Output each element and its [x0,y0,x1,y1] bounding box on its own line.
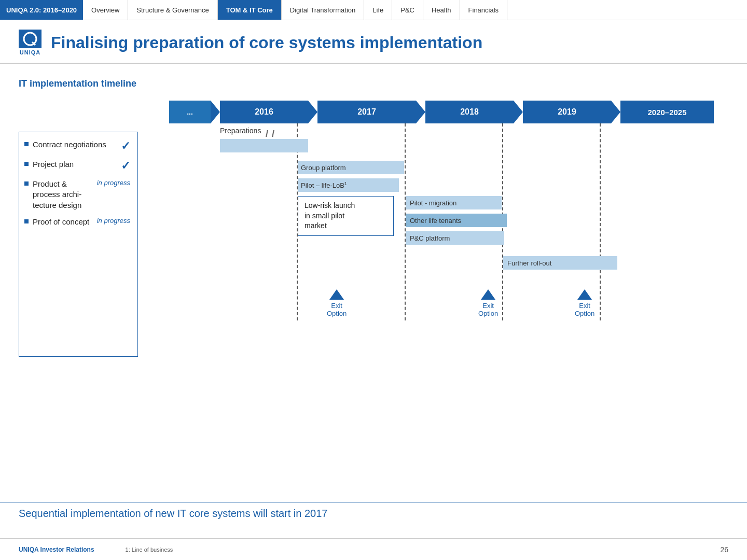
bullet-icon [24,181,29,186]
preparations-label: Preparations [220,127,261,135]
bar-pilot-migration: Pilot - migration [406,196,502,209]
bullet-icon [24,162,29,166]
check-icon: ✓ [121,139,130,153]
tab-digital[interactable]: Digital Transformation [282,0,364,20]
page-header: UNIQA Finalising preparation of core sys… [0,20,747,64]
prep-slash2-icon: / [272,129,274,139]
item-product: Product & process archi-tecture design [33,179,94,211]
bar-other-life: Other life tenants [406,214,507,227]
summary-text: Sequential implementation of new IT core… [19,508,327,519]
footer-brand: UNIQA Investor Relations [19,546,94,553]
float-box-low-risk: Low-risk launchin small pilotmarket [298,196,394,236]
timeline-container: Contract negotiations ✓ Project plan ✓ P… [19,101,728,357]
bar-pc-platform: P&C platform [406,231,504,245]
logo: UNIQA [19,30,42,55]
gantt-area: ... 2016 2017 2018 2019 2020–2025 Prep [138,101,728,357]
tab-overview[interactable]: Overview [83,0,128,20]
tab-health[interactable]: Health [423,0,460,20]
uniqa-logo-icon [19,30,42,48]
year-2020-2025: 2020–2025 [620,101,714,123]
exit-option-3: Exit Option [575,289,594,317]
bullet-icon [24,142,29,146]
nav-label: UNIQA 2.0: 2016–2020 [0,0,83,20]
top-navigation: UNIQA 2.0: 2016–2020 Overview Structure … [0,0,747,20]
triangle-icon [577,289,592,300]
item-proof: Proof of concept [33,217,94,227]
logo-text: UNIQA [20,49,40,55]
triangle-icon [329,289,344,300]
footer-footnote: 1: Line of business [126,547,173,553]
bar-further-rollout: Further roll-out [503,256,617,270]
triangle-icon [481,289,495,300]
exit-option-1: Exit Option [327,289,347,317]
year-2019: 2019 [523,101,611,123]
tab-life[interactable]: Life [364,0,392,20]
bar-preparations [220,139,308,152]
year-2016: 2016 [220,101,308,123]
main-content: IT implementation timeline Contract nego… [0,64,747,357]
footer: UNIQA Investor Relations 1: Line of busi… [0,538,747,560]
list-item: Product & process archi-tecture design i… [24,179,130,211]
year-header-row: ... 2016 2017 2018 2019 2020–2025 [169,101,728,123]
check-icon: ✓ [121,159,130,173]
in-progress-label: in progress [97,179,130,187]
exit-option-2: Exit Option [478,289,498,317]
year-dots: ... [169,101,211,123]
list-item: Proof of concept in progress [24,217,130,227]
tab-tom[interactable]: TOM & IT Core [218,0,282,20]
in-progress-label: in progress [97,217,130,225]
prep-slash-icon: / [266,129,268,139]
item-contract: Contract negotiations [33,139,117,150]
bullet-icon [24,219,29,223]
tab-financials[interactable]: Financials [460,0,508,20]
list-item: Contract negotiations ✓ [24,139,130,153]
tab-pc[interactable]: P&C [392,0,423,20]
bar-pilot-life: Pilot – life-LoB1 [298,178,399,192]
year-2018: 2018 [425,101,514,123]
page-number: 26 [720,545,728,554]
page-title: Finalising preparation of core systems i… [51,33,482,52]
bullet-list: Contract negotiations ✓ Project plan ✓ P… [24,139,130,227]
gantt-body: Preparations / / Group platform Pilot – … [169,123,728,357]
section-title: IT implementation timeline [19,78,728,89]
left-box: Contract negotiations ✓ Project plan ✓ P… [19,132,138,357]
list-item: Project plan ✓ [24,159,130,173]
tab-structure[interactable]: Structure & Governance [128,0,217,20]
vline-2019 [600,123,601,320]
summary-bar: Sequential implementation of new IT core… [0,502,747,525]
bar-group-platform: Group platform [298,161,404,174]
year-2017: 2017 [317,101,416,123]
item-project-plan: Project plan [33,159,117,170]
